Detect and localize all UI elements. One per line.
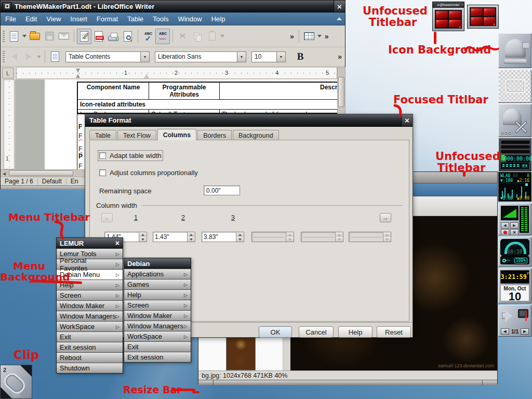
prev-channel-button[interactable]: ◀ — [501, 222, 509, 229]
paste-dropdown-icon[interactable] — [220, 35, 224, 37]
menu-item-help[interactable]: Help▷ — [124, 289, 191, 300]
horizontal-ruler[interactable]: 1 2 3 4 5 — [16, 67, 337, 79]
pager-prev-button[interactable]: ◀ — [501, 328, 509, 335]
dock-timer-applet[interactable]: 000:00:08 — [498, 138, 531, 171]
checkbox-box[interactable] — [99, 169, 106, 176]
menu-item-exit-session[interactable]: Exit session — [57, 342, 123, 352]
save-button[interactable] — [42, 29, 57, 44]
spin-down-icon[interactable] — [139, 237, 147, 242]
miniwindow-terminal-1[interactable]: ...e@bwwmmkr: ~ — [432, 2, 464, 31]
columns-back-button[interactable]: ← — [101, 213, 113, 222]
insert-table-button[interactable] — [302, 29, 316, 44]
dock-clock-applet[interactable]: 3:21:59P Mon, Oct 10 — [498, 268, 531, 303]
tab-borders[interactable]: Borders — [197, 130, 232, 140]
paragraph-style-combo[interactable]: Table Contents▼ — [65, 51, 150, 62]
record-button[interactable] — [501, 229, 509, 235]
spellcheck-button[interactable]: ABC✓ — [141, 29, 155, 44]
menu-item-window-managers[interactable]: Window Managers▷ — [124, 321, 191, 331]
menu-item-applications[interactable]: Applications▷ — [124, 269, 191, 279]
menu-format[interactable]: Format — [92, 15, 123, 23]
email-button[interactable] — [57, 29, 71, 44]
columns-forward-button[interactable]: → — [380, 213, 391, 222]
help-button[interactable]: Help — [338, 326, 373, 338]
vertical-ruler[interactable]: 1 — [4, 79, 15, 169]
copy-button[interactable] — [190, 29, 205, 44]
resize-bar[interactable] — [198, 380, 497, 385]
forward-button[interactable] — [21, 49, 36, 64]
checkbox-box[interactable] — [99, 152, 106, 159]
scroll-left-icon[interactable]: ◀ — [3, 171, 6, 176]
menu-item-window-managers[interactable]: Window Managers▷ — [57, 311, 123, 321]
menu-item-screen[interactable]: Screen▷ — [124, 300, 191, 310]
dock-mixer-applet[interactable]: ◀ ▶ ✕ — [498, 203, 531, 235]
miniwindow-titlebar-unfocused[interactable]: ...e@bwwmmkr: ~ — [432, 2, 464, 7]
writer-titlebar[interactable]: ThemeWMakerPart1.odt - LibreOffice Write… — [1, 1, 345, 12]
back-button[interactable] — [7, 49, 21, 64]
styles-button[interactable] — [48, 49, 62, 64]
menu-view[interactable]: View — [42, 15, 65, 23]
tab-text-flow[interactable]: Text Flow — [117, 130, 156, 140]
menu-titlebar[interactable]: Debian — [124, 258, 191, 269]
mute-button[interactable]: ✕ — [510, 229, 518, 235]
menu-item-window-maker[interactable]: Window Maker▷ — [124, 310, 191, 321]
spin-down-icon[interactable] — [236, 237, 244, 242]
font-name-combo[interactable]: Liberation Sans▼ — [155, 51, 246, 62]
bold-button[interactable]: B — [293, 49, 308, 64]
menu-item-workspace[interactable]: WorkSpace▷ — [124, 331, 191, 341]
menu-item-shutdown[interactable]: Shutdown — [57, 363, 123, 373]
dock-battery-applet[interactable]: 88:38 ~ 100% — [498, 237, 531, 267]
close-button[interactable]: × — [334, 1, 345, 12]
dock-tools-icon[interactable] — [498, 104, 531, 137]
toolbar-grip[interactable] — [3, 51, 5, 62]
workspace-clip[interactable]: 2 Net — [0, 365, 32, 399]
menu-close-icon[interactable]: × — [115, 239, 119, 247]
dock-drawer-applet[interactable]: ◀ 1/1 ▶ — [498, 305, 531, 337]
menu-window[interactable]: Window — [173, 15, 206, 23]
cancel-button[interactable]: Cancel — [299, 326, 334, 338]
dock-app-icon[interactable] — [498, 33, 531, 68]
table-dropdown-icon[interactable] — [317, 35, 322, 37]
menu-item-window-maker[interactable]: Window Maker▷ — [57, 300, 123, 311]
miniwindow-terminal-2[interactable] — [467, 5, 499, 29]
edit-mode-button[interactable] — [77, 29, 91, 44]
ok-button[interactable]: OK — [259, 326, 292, 338]
export-pdf-button[interactable]: PDF — [91, 29, 106, 44]
cut-button[interactable] — [176, 29, 190, 44]
toolbar-overflow-button[interactable]: » — [288, 32, 296, 41]
miniaturize-button[interactable] — [3, 2, 11, 11]
dialog-titlebar-focused[interactable]: Table Format × — [85, 114, 413, 127]
status-page[interactable]: Page 1 / 6 — [1, 178, 38, 185]
toolbar-overflow-button[interactable]: » — [323, 32, 331, 41]
combo-dropdown-icon[interactable]: ▼ — [237, 52, 246, 62]
menu-insert[interactable]: Insert — [65, 15, 92, 23]
menu-item-exit-session[interactable]: Exit session — [124, 352, 191, 362]
toolbar-overflow-button[interactable]: » — [336, 52, 344, 61]
menu-tools[interactable]: Tools — [148, 15, 173, 23]
menu-item-screen[interactable]: Screen▷ — [57, 290, 123, 300]
scrollbar-thumb[interactable] — [9, 170, 73, 176]
menu-file[interactable]: File — [1, 15, 21, 23]
clip-next-arrow[interactable] — [20, 365, 32, 377]
combo-dropdown-icon[interactable]: ▼ — [140, 52, 149, 62]
tab-background[interactable]: Background — [233, 130, 279, 140]
spin-up-icon[interactable] — [188, 232, 195, 237]
menu-item-reboot[interactable]: Reboot — [57, 352, 123, 363]
column3-width-spinner[interactable]: 3.83" — [202, 232, 244, 242]
tab-stop-selector[interactable]: L — [2, 68, 14, 78]
scrollbar-thumb[interactable] — [338, 77, 344, 107]
reset-button[interactable]: Reset — [377, 326, 411, 338]
spin-down-icon[interactable] — [188, 237, 195, 242]
spin-up-icon[interactable] — [139, 232, 147, 237]
menu-item-workspace[interactable]: WorkSpace▷ — [57, 321, 123, 331]
tab-columns[interactable]: Columns — [157, 129, 196, 140]
column-margin-marker[interactable] — [76, 69, 81, 78]
menu-item-exit[interactable]: Exit — [124, 341, 191, 352]
menu-item-games[interactable]: Games▷ — [124, 279, 191, 289]
nav-dropdown-icon[interactable] — [37, 56, 41, 58]
new-dropdown-icon[interactable] — [22, 35, 26, 37]
dock-empty-slot[interactable] — [498, 70, 531, 103]
dock-network-applet[interactable]: WLA0 88 8 ▼:180▲2:16 ▼0.00▲0.00 — [498, 172, 531, 202]
adjust-columns-checkbox[interactable]: Adjust columns proportionally — [99, 169, 198, 177]
menubar-collapse-icon[interactable] — [337, 17, 342, 20]
new-document-button[interactable] — [7, 29, 21, 44]
